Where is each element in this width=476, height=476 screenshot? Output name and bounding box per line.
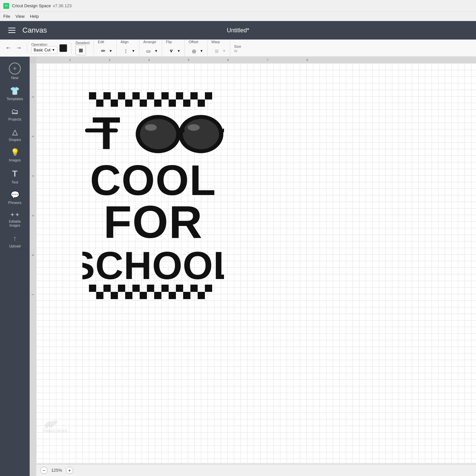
document-title: Untitled* (227, 27, 249, 34)
svg-rect-32 (198, 99, 205, 107)
warp-section: Warp ⊞ ▼ (211, 40, 230, 56)
svg-rect-11 (169, 92, 176, 99)
svg-rect-24 (140, 99, 147, 107)
menu-file[interactable]: File (3, 14, 10, 19)
svg-rect-68 (118, 292, 125, 299)
sidebar-item-phrases[interactable]: 💬 Phrases (2, 188, 28, 207)
sidebar-item-images[interactable]: 💡 Images (2, 146, 28, 165)
ruler-corner (30, 57, 36, 63)
svg-rect-69 (125, 292, 132, 299)
svg-rect-63 (205, 285, 212, 292)
ruler-h-mark-8: 8 (306, 58, 308, 62)
arrange-section: Arrange ▭ ▼ (143, 40, 162, 56)
menu-help[interactable]: Help (30, 14, 39, 19)
ruler-v-mark-3: 3 (31, 136, 35, 137)
svg-rect-26 (154, 99, 161, 107)
svg-text:T: T (92, 107, 120, 159)
design-container[interactable]: T (82, 90, 224, 314)
deselect-button[interactable]: ▦ (75, 45, 86, 55)
bottom-bar: − 125% + (36, 464, 476, 476)
offset-button[interactable]: ◎ (189, 46, 199, 56)
align-button[interactable]: ⋮ (121, 46, 131, 56)
arrange-dropdown-icon: ▼ (154, 49, 158, 53)
arrange-button[interactable]: ▭ (143, 46, 154, 56)
sidebar-item-shapes[interactable]: △ Shapes (2, 125, 28, 144)
svg-rect-29 (176, 99, 183, 107)
operation-section: Operation Basic Cut ▼ (31, 42, 71, 54)
operation-value: Basic Cut (34, 48, 50, 52)
svg-rect-49 (103, 285, 111, 292)
ruler-h-mark-6: 6 (227, 58, 229, 62)
sidebar-shapes-label: Shapes (9, 138, 21, 142)
svg-text:SCHOOL: SCHOOL (82, 244, 224, 287)
edit-dropdown-icon: ▼ (109, 49, 112, 53)
zoom-out-button[interactable]: − (40, 467, 47, 474)
svg-point-42 (145, 124, 157, 131)
svg-rect-17 (89, 99, 96, 107)
align-section: Align ⋮ ▼ (121, 40, 139, 56)
svg-rect-80 (205, 292, 212, 299)
zoom-in-button[interactable]: + (66, 467, 73, 474)
svg-rect-16 (205, 92, 212, 99)
svg-rect-51 (118, 285, 125, 292)
operation-label: Operation (31, 42, 47, 46)
sidebar-text-label: Text (12, 180, 18, 184)
flip-button[interactable]: ⛛ (166, 46, 177, 56)
svg-rect-61 (190, 285, 198, 292)
redo-button[interactable]: → (14, 43, 23, 53)
sidebar-projects-label: Projects (8, 117, 21, 121)
ruler-h-mark-3: 3 (109, 58, 110, 62)
svg-rect-4 (118, 92, 125, 99)
sidebar-item-editable-images[interactable]: ✦✦ Editable Images (2, 209, 28, 230)
svg-text:FOR: FOR (103, 196, 203, 248)
ruler-v-mark-6: 6 (31, 254, 35, 256)
svg-rect-18 (96, 99, 103, 107)
svg-rect-1 (96, 92, 103, 99)
svg-point-38 (183, 119, 219, 149)
checker-top (89, 92, 212, 107)
left-sidebar: + New 👕 Templates 🗂 Projects △ Shapes 💡 … (0, 57, 30, 476)
main-header: Canvas Untitled* (0, 21, 476, 40)
svg-rect-0 (89, 92, 96, 99)
svg-rect-21 (118, 99, 125, 107)
warp-button[interactable]: ⊞ (211, 46, 222, 56)
svg-rect-64 (89, 292, 96, 299)
operation-select[interactable]: Basic Cut ▼ (31, 46, 57, 54)
svg-rect-5 (125, 92, 132, 99)
canvas-title: Canvas (22, 26, 47, 35)
sidebar-item-new[interactable]: + New (2, 60, 28, 82)
ruler-v-mark-7: 7 (31, 294, 35, 295)
svg-rect-76 (176, 292, 183, 299)
offset-dropdown-icon: ▼ (200, 49, 203, 53)
title-bar: Cricut Design Space v7.36.123 (0, 0, 476, 12)
sidebar-item-text[interactable]: T Text (2, 166, 28, 187)
svg-rect-53 (132, 285, 140, 292)
hamburger-button[interactable] (7, 25, 17, 36)
svg-rect-13 (183, 92, 190, 99)
images-icon: 💡 (11, 148, 19, 157)
sidebar-images-label: Images (9, 158, 21, 162)
sidebar-item-upload[interactable]: ↑ Upload (2, 232, 28, 251)
svg-rect-77 (183, 292, 190, 299)
menu-bar: File View Help (0, 12, 476, 21)
menu-view[interactable]: View (15, 14, 25, 19)
operation-dropdown-icon: ▼ (52, 48, 55, 52)
color-swatch[interactable] (59, 44, 67, 52)
sidebar-upload-label: Upload (9, 244, 21, 248)
projects-icon: 🗂 (11, 107, 18, 116)
ruler-h-mark-5: 5 (188, 58, 189, 62)
sidebar-item-projects[interactable]: 🗂 Projects (2, 105, 28, 124)
svg-rect-55 (147, 285, 154, 292)
app-title: Cricut Design Space (12, 3, 51, 8)
upload-icon: ↑ (13, 234, 17, 243)
arrange-label: Arrange (143, 40, 156, 44)
undo-button[interactable]: ← (4, 43, 13, 53)
ruler-h-mark-2: 2 (69, 58, 71, 62)
svg-rect-10 (161, 92, 169, 99)
app-layout: + New 👕 Templates 🗂 Projects △ Shapes 💡 … (0, 57, 476, 476)
svg-rect-59 (176, 285, 183, 292)
svg-rect-47 (89, 285, 96, 292)
edit-button[interactable]: ✏ (98, 46, 108, 56)
svg-rect-6 (132, 92, 140, 99)
sidebar-item-templates[interactable]: 👕 Templates (2, 84, 28, 103)
